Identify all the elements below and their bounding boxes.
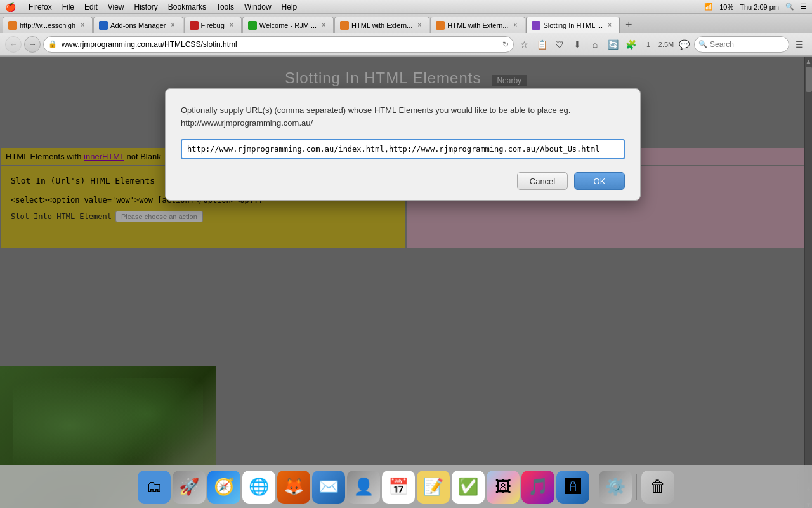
dock-settings[interactable]: ⚙️ [599,471,632,504]
tab-firebug[interactable]: Firebug × [184,17,242,33]
hamburger-menu-icon[interactable]: ☰ [792,37,807,52]
dock-calendar[interactable]: 📅 [382,471,415,504]
apple-menu[interactable]: 🍎 [5,2,16,12]
menu-file[interactable]: File [62,3,74,11]
tab-favicon-6 [436,21,445,30]
menubar-list-icon[interactable]: ☰ [801,3,807,11]
tab-close-4[interactable]: × [319,21,328,30]
tab-label-6: HTML with Extern... [447,22,508,29]
dock-photos[interactable]: 🖼 [487,471,520,504]
dialog-buttons: Cancel OK [181,172,625,190]
menubar-wifi-icon: 📶 [704,3,713,11]
bookmark-star-icon[interactable]: ☆ [516,37,532,52]
tab-favicon-5 [340,21,349,30]
menu-window[interactable]: Window [244,3,272,11]
menubar-right: 📶 10% Thu 2:09 pm 🔍 ☰ [704,3,807,11]
ok-button[interactable]: OK [574,172,625,190]
menu-tools[interactable]: Tools [216,3,234,11]
tab-label-5: HTML with Extern... [351,22,412,29]
tab-html-extern-2[interactable]: HTML with Extern... × [430,17,525,33]
tab-label-3: Firebug [201,22,225,29]
tab-close-1[interactable]: × [78,21,87,30]
tab-favicon-2 [99,21,108,30]
dialog-message-line1: Optionally supply URL(s) (comma separate… [181,105,570,115]
home-icon[interactable]: ⌂ [587,37,603,52]
extension-icon[interactable]: 🧩 [623,37,638,52]
tab-close-7[interactable]: × [605,21,614,30]
dock-itunes[interactable]: 🎵 [521,471,554,504]
menu-history[interactable]: History [134,3,158,11]
tab-favicon-7 [532,21,540,30]
menubar-clock: Thu 2:09 pm [740,3,779,11]
traffic-icon: 2.5M [658,37,674,52]
menu-edit[interactable]: Edit [84,3,98,11]
chat-icon[interactable]: 💬 [676,37,691,52]
tab-bar: http://w...essohigh × Add-ons Manager × … [0,14,812,33]
dock-mail[interactable]: ✉️ [312,471,345,504]
search-icon: 🔍 [698,40,707,48]
tab-label-2: Add-ons Manager [110,22,166,29]
dock-contacts[interactable]: 👤 [347,471,380,504]
dock: 🗂 🚀 🧭 🌐 🦊 ✉️ 👤 📅 📝 ✅ 🖼 🎵 🅰 ⚙️ 🗑 [0,465,812,508]
dialog-url-input[interactable] [181,139,625,159]
tab-favicon-1 [8,21,17,30]
browser-chrome: http://w...essohigh × Add-ons Manager × … [0,14,812,57]
tab-addons[interactable]: Add-ons Manager × [93,17,183,33]
cancel-button[interactable]: Cancel [517,172,568,190]
website: Slotting In HTML Elements Nearby RJM Pro… [0,57,812,508]
dock-separator-2 [636,474,637,500]
menu-view[interactable]: View [108,3,124,11]
clipboard-icon[interactable]: 📋 [534,37,549,52]
search-input[interactable] [694,36,789,53]
dock-trash[interactable]: 🗑 [641,471,674,504]
menu-firefox[interactable]: Firefox [29,3,52,11]
dock-launchpad[interactable]: 🚀 [173,471,206,504]
tab-close-2[interactable]: × [169,21,178,30]
dock-reminders[interactable]: ✅ [452,471,485,504]
tab-close-5[interactable]: × [415,21,424,30]
reload-button[interactable]: ↻ [502,40,509,49]
menubar: 🍎 Firefox File Edit View History Bookmar… [0,0,812,14]
tab-favicon-4 [248,21,257,30]
tab-label-7: Slotting In HTML ... [543,22,603,29]
forward-button[interactable]: → [24,36,41,53]
sync-icon[interactable]: 🔄 [605,37,620,52]
dock-firefox[interactable]: 🦊 [277,471,310,504]
url-bar-wrapper: 🔒 ↻ [43,36,514,53]
tab-close-3[interactable]: × [227,21,236,30]
back-button[interactable]: ← [5,36,22,53]
menubar-search-icon[interactable]: 🔍 [785,3,794,11]
nav-bar: ← → 🔒 ↻ ☆ 📋 🛡 ⬇ ⌂ 🔄 🧩 1 2.5M 💬 🔍 ☰ [0,33,812,56]
shield-icon[interactable]: 🛡 [552,37,567,52]
tab-label-1: http://w...essohigh [20,22,75,29]
dock-separator [594,474,594,500]
tab-label-4: Welcome - RJM ... [259,22,317,29]
dock-finder[interactable]: 🗂 [138,471,171,504]
browser-content: Slotting In HTML Elements Nearby RJM Pro… [0,57,812,508]
count-badge: 1 [641,37,656,52]
dialog-overlay: Optionally supply URL(s) (comma separate… [0,57,812,508]
dock-chrome[interactable]: 🌐 [242,471,275,504]
menu-help[interactable]: Help [282,3,298,11]
dialog-message: Optionally supply URL(s) (comma separate… [181,104,625,129]
tab-welcome[interactable]: Welcome - RJM ... × [242,17,334,33]
menu-bookmarks[interactable]: Bookmarks [168,3,206,11]
tab-close-6[interactable]: × [511,21,520,30]
menubar-battery: 10% [719,3,733,11]
tab-favicon-3 [190,21,199,30]
dock-notes[interactable]: 📝 [417,471,450,504]
tab-html-extern-1[interactable]: HTML with Extern... × [334,17,429,33]
tab-slotting-active[interactable]: Slotting In HTML ... × [526,17,620,33]
new-tab-button[interactable]: + [620,17,637,33]
dialog-message-line2: http://www.rjmprogramming.com.au/ [181,118,313,128]
search-bar-wrapper: 🔍 [694,36,789,53]
url-input[interactable] [43,36,514,53]
tab-essohigh[interactable]: http://w...essohigh × [3,17,93,33]
dialog: Optionally supply URL(s) (comma separate… [165,88,641,201]
dock-appstore[interactable]: 🅰 [556,471,589,504]
download-icon[interactable]: ⬇ [570,37,585,52]
dock-safari[interactable]: 🧭 [207,471,240,504]
lock-icon: 🔒 [48,40,57,48]
